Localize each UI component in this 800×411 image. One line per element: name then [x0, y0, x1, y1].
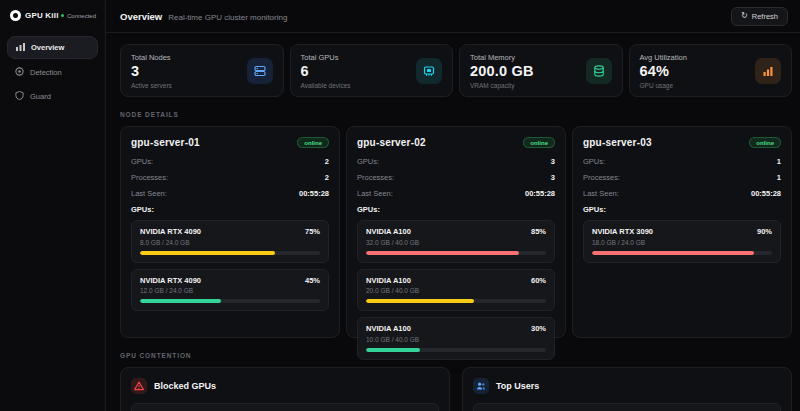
gpus-count-value: 3	[551, 157, 555, 166]
top-users-title: Top Users	[496, 381, 539, 391]
sidebar-item-label: Guard	[30, 92, 51, 101]
stat-card-avg-utilization: Avg Utilization 64% GPU usage	[629, 44, 793, 97]
gpu-memory: 8.0 GB / 24.0 GB	[140, 239, 320, 246]
gpu-name: NVIDIA A100	[366, 324, 411, 333]
stat-value: 64%	[640, 64, 687, 80]
gpu-name: NVIDIA RTX 3090	[592, 227, 653, 236]
stat-subtext: Active servers	[131, 82, 172, 89]
gpu-utilization-fill	[366, 251, 519, 255]
gpu-row: NVIDIA A10060% 20.0 GB / 40.0 GB	[357, 269, 555, 312]
stat-subtext: Available devices	[301, 82, 351, 89]
app-name: GPU Kill	[25, 11, 59, 20]
node-name: gpu-server-03	[583, 137, 652, 148]
connection-status: Connected	[61, 13, 96, 19]
processes-value: 2	[325, 173, 329, 182]
sidebar-item-label: Overview	[31, 43, 64, 52]
node-name: gpu-server-01	[131, 137, 200, 148]
node-card-gpu-server-03: gpu-server-03 online GPUs:1 Processes:1 …	[572, 126, 792, 338]
sidebar: GPU Kill Connected Overview Detection Gu…	[0, 0, 106, 411]
gpus-count-label: GPUs:	[131, 157, 153, 166]
stat-label: Avg Utilization	[640, 53, 687, 62]
gpu-list-label: GPUs:	[583, 205, 781, 214]
shield-icon	[15, 91, 24, 102]
gpu-utilization: 60%	[531, 276, 546, 285]
sidebar-nav: Overview Detection Guard	[0, 30, 105, 113]
connected-dot-icon	[61, 14, 65, 18]
stat-subtext: VRAM capacity	[470, 82, 534, 89]
gpu-utilization: 85%	[531, 227, 546, 236]
refresh-button[interactable]: ↻ Refresh	[731, 7, 788, 26]
bar-chart-icon	[755, 58, 781, 84]
node-name: gpu-server-02	[357, 137, 426, 148]
sidebar-item-guard[interactable]: Guard	[7, 86, 98, 107]
refresh-button-label: Refresh	[752, 12, 778, 21]
gpu-row: NVIDIA RTX 409045% 12.0 GB / 24.0 GB	[131, 269, 329, 312]
stat-text: Total Memory 200.0 GB VRAM capacity	[470, 53, 534, 89]
processes-value: 3	[551, 173, 555, 182]
gpu-chip-icon	[416, 58, 442, 84]
node-card-gpu-server-01: gpu-server-01 online GPUs:2 Processes:2 …	[120, 126, 340, 338]
stat-text: Total Nodes 3 Active servers	[131, 53, 172, 89]
gpus-count-label: GPUs:	[583, 157, 605, 166]
stat-value: 200.0 GB	[470, 64, 534, 80]
target-icon	[15, 67, 24, 78]
node-card-gpu-server-02: gpu-server-02 online GPUs:3 Processes:3 …	[346, 126, 566, 338]
last-seen-value: 00:55:28	[525, 189, 555, 198]
gpu-utilization: 45%	[305, 276, 320, 285]
gpu-utilization-fill	[366, 299, 474, 303]
page-heading: Overview Real-time GPU cluster monitorin…	[120, 11, 287, 22]
sidebar-item-overview[interactable]: Overview	[7, 36, 98, 59]
contention-panels: Blocked GPUs NVIDIA RTX 3090 (node-003) …	[120, 367, 792, 411]
gpu-memory: 18.0 GB / 24.0 GB	[592, 239, 772, 246]
stat-card-total-gpus: Total GPUs 6 Available devices	[290, 44, 454, 97]
last-seen-label: Last Seen:	[131, 189, 167, 198]
gpu-name: NVIDIA A100	[366, 276, 411, 285]
processes-label: Processes:	[131, 173, 168, 182]
stat-card-total-memory: Total Memory 200.0 GB VRAM capacity	[459, 44, 623, 97]
blocked-gpus-title: Blocked GPUs	[154, 381, 216, 391]
last-seen-value: 00:55:28	[751, 189, 781, 198]
stat-value: 6	[301, 64, 351, 80]
blocked-gpu-item: NVIDIA RTX 3090 (node-003) Blocked	[131, 403, 439, 411]
status-badge: online	[297, 137, 329, 148]
stat-label: Total GPUs	[301, 53, 351, 62]
app-logo-icon	[10, 10, 21, 21]
gpus-count-label: GPUs:	[357, 157, 379, 166]
page-subtitle: Real-time GPU cluster monitoring	[168, 13, 287, 22]
server-icon	[247, 58, 273, 84]
gpu-memory: 10.0 GB / 40.0 GB	[366, 336, 546, 343]
stat-subtext: GPU usage	[640, 82, 687, 89]
gpu-list-label: GPUs:	[131, 205, 329, 214]
blocked-gpus-panel: Blocked GPUs NVIDIA RTX 3090 (node-003) …	[120, 367, 450, 411]
stat-label: Total Nodes	[131, 53, 172, 62]
last-seen-label: Last Seen:	[357, 189, 393, 198]
sidebar-item-label: Detection	[30, 68, 62, 77]
gpu-utilization-bar	[366, 348, 546, 352]
gpu-utilization-bar	[140, 251, 320, 255]
gpu-name: NVIDIA RTX 4090	[140, 276, 201, 285]
gpu-row: NVIDIA RTX 309090% 18.0 GB / 24.0 GB	[583, 220, 781, 263]
gpu-row: NVIDIA A10085% 32.0 GB / 40.0 GB	[357, 220, 555, 263]
gpus-count-value: 2	[325, 157, 329, 166]
gpu-memory: 20.0 GB / 40.0 GB	[366, 287, 546, 294]
database-icon	[586, 58, 612, 84]
gpu-utilization: 90%	[757, 227, 772, 236]
gpu-list-label: GPUs:	[357, 205, 555, 214]
stat-label: Total Memory	[470, 53, 534, 62]
processes-label: Processes:	[583, 173, 620, 182]
last-seen-label: Last Seen:	[583, 189, 619, 198]
top-bar: Overview Real-time GPU cluster monitorin…	[106, 0, 800, 33]
gpu-utilization: 30%	[531, 324, 546, 333]
sidebar-item-detection[interactable]: Detection	[7, 62, 98, 83]
app-logo[interactable]: GPU Kill	[10, 10, 59, 21]
processes-label: Processes:	[357, 173, 394, 182]
gpu-utilization-bar	[366, 299, 546, 303]
gpu-utilization-fill	[140, 251, 275, 255]
gpu-utilization-fill	[140, 299, 221, 303]
refresh-icon: ↻	[741, 12, 748, 20]
dashboard-content: Total Nodes 3 Active servers Total GPUs …	[106, 33, 800, 411]
stat-text: Total GPUs 6 Available devices	[301, 53, 351, 89]
processes-value: 1	[777, 173, 781, 182]
stat-text: Avg Utilization 64% GPU usage	[640, 53, 687, 89]
gpu-name: NVIDIA A100	[366, 227, 411, 236]
